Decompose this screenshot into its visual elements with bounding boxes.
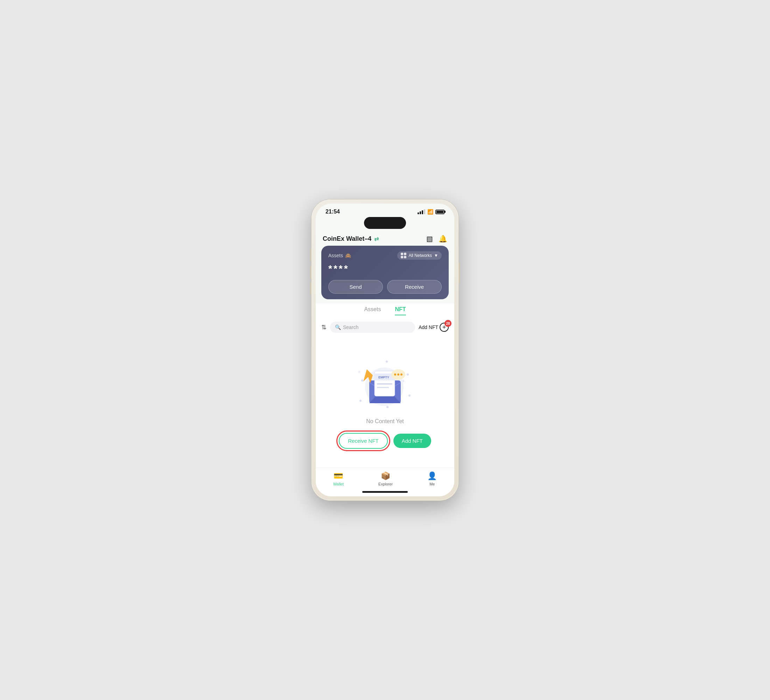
network-selector[interactable]: All Networks ▼ — [397, 251, 442, 260]
add-nft-toolbar-button[interactable]: Add NFT + 28 — [419, 323, 449, 332]
search-placeholder: Search — [343, 325, 358, 330]
wallet-name-container[interactable]: CoinEx Wallet–4 ⇄ — [323, 235, 379, 242]
nft-area: ⇅ 🔍 Search Add NFT + 28 — [316, 318, 454, 467]
wallet-switch-icon: ⇄ — [374, 236, 379, 242]
eye-slash-icon[interactable]: 🙈 — [345, 253, 351, 258]
search-toolbar: ⇅ 🔍 Search Add NFT + 28 — [316, 318, 454, 336]
assets-label: Assets 🙈 — [328, 253, 351, 258]
wifi-icon: 📶 — [427, 209, 433, 215]
home-indicator — [316, 488, 454, 496]
battery-level — [437, 211, 443, 213]
assets-text: Assets — [328, 253, 343, 258]
empty-state: + + — [316, 336, 454, 467]
empty-svg: + + — [354, 355, 416, 411]
status-bar: 21:54 📶 — [316, 204, 454, 217]
svg-point-4 — [359, 400, 362, 402]
battery-icon — [435, 210, 445, 214]
tab-assets[interactable]: Assets — [364, 306, 381, 315]
dynamic-island — [364, 217, 406, 229]
phone-frame: 21:54 📶 CoinE — [312, 199, 458, 501]
header-actions: ▧ 🔔 — [426, 234, 447, 243]
bell-icon[interactable]: 🔔 — [438, 234, 447, 243]
svg-point-16 — [394, 373, 396, 375]
card-actions: Send Receive — [328, 280, 442, 294]
svg-text:+: + — [358, 369, 361, 375]
dynamic-island-area — [316, 217, 454, 230]
wallet-nav-icon: 💳 — [333, 472, 343, 480]
chevron-down-icon: ▼ — [434, 253, 438, 258]
empty-illustration: + + — [354, 355, 416, 411]
tabs: Assets NFT — [316, 304, 454, 318]
network-label: All Networks — [408, 253, 432, 258]
svg-text:EMPTY: EMPTY — [379, 375, 389, 379]
search-icon: 🔍 — [335, 325, 341, 330]
nav-me[interactable]: 👤 Me — [427, 472, 437, 486]
wallet-name-label: CoinEx Wallet–4 — [323, 235, 371, 242]
me-nav-label: Me — [429, 482, 435, 486]
wallet-nav-label: Wallet — [333, 482, 344, 486]
nav-wallet[interactable]: 💳 Wallet — [333, 472, 344, 486]
signal-icon — [417, 209, 425, 214]
sort-icon[interactable]: ⇅ — [321, 323, 327, 331]
send-button[interactable]: Send — [328, 280, 383, 294]
search-box[interactable]: 🔍 Search — [330, 322, 415, 333]
add-nft-button[interactable]: Add NFT — [393, 434, 431, 448]
add-badge-count: 28 — [445, 320, 451, 327]
svg-point-5 — [387, 406, 388, 408]
tab-nft[interactable]: NFT — [395, 306, 406, 315]
home-bar — [362, 491, 408, 493]
svg-point-17 — [397, 373, 400, 375]
bottom-nav: 💳 Wallet 📦 Explorer 👤 Me — [316, 467, 454, 488]
add-nft-label: Add NFT — [419, 325, 438, 330]
app-header: CoinEx Wallet–4 ⇄ ▧ 🔔 — [316, 230, 454, 246]
receive-nft-button[interactable]: Receive NFT — [339, 433, 388, 449]
status-icons: 📶 — [417, 209, 445, 215]
network-grid-icon — [401, 253, 406, 258]
assets-card-header: Assets 🙈 All Networks ▼ — [328, 251, 442, 260]
svg-point-2 — [361, 379, 363, 382]
app-content: CoinEx Wallet–4 ⇄ ▧ 🔔 Assets 🙈 — [316, 230, 454, 496]
action-buttons: Receive NFT Add NFT — [339, 433, 431, 449]
assets-amount: **** — [328, 263, 442, 275]
scan-icon[interactable]: ▧ — [426, 234, 433, 243]
explorer-nav-icon: 📦 — [381, 472, 390, 480]
phone-screen: 21:54 📶 CoinE — [316, 204, 454, 496]
svg-point-3 — [408, 394, 411, 396]
empty-content-text: No Content Yet — [366, 418, 404, 425]
me-nav-icon: 👤 — [427, 472, 437, 480]
assets-card: Assets 🙈 All Networks ▼ *** — [321, 246, 449, 299]
status-time: 21:54 — [325, 209, 340, 215]
nav-explorer[interactable]: 📦 Explorer — [379, 472, 393, 486]
svg-point-0 — [386, 361, 388, 362]
svg-point-1 — [407, 373, 409, 375]
explorer-nav-label: Explorer — [379, 482, 393, 486]
receive-button[interactable]: Receive — [387, 280, 442, 294]
svg-point-18 — [400, 373, 403, 375]
